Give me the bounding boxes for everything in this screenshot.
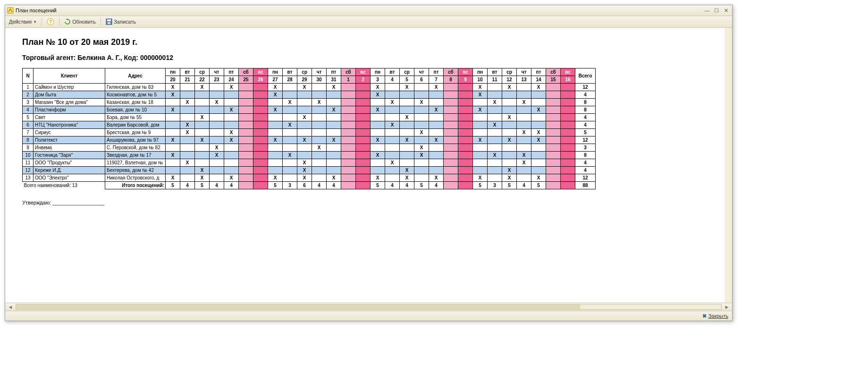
cell-visit	[517, 84, 531, 91]
cell-visit	[180, 152, 195, 159]
cell-visit	[239, 167, 253, 174]
cell-visit	[429, 167, 444, 174]
cell-visit	[473, 167, 488, 174]
cell-visit	[268, 144, 283, 152]
cell-client: ООО "Электро"	[34, 174, 105, 182]
cell-visit	[546, 84, 561, 91]
table-row[interactable]: 2Дом бытаКосмонавтов, дом № 5XXXX4	[23, 91, 596, 99]
cell-visit	[166, 129, 180, 136]
cell-rowtotal: 8	[575, 152, 596, 159]
cell-n: 7	[23, 129, 34, 136]
cell-visit: X	[473, 91, 488, 99]
scroll-right-icon[interactable]: ►	[724, 304, 730, 310]
cell-visit	[473, 144, 488, 152]
cell-visit	[488, 159, 502, 167]
cell-client: Сириус	[34, 129, 105, 136]
total-names: Всего наименований: 13	[23, 182, 105, 189]
cell-visit	[517, 136, 531, 144]
cell-n: 2	[23, 91, 34, 99]
cell-n: 6	[23, 121, 34, 129]
cell-visit	[341, 106, 356, 114]
cell-visit	[546, 167, 561, 174]
col-dow: сб	[546, 68, 561, 76]
cell-visit	[458, 84, 473, 91]
cell-visit	[385, 152, 400, 159]
refresh-button[interactable]: Обновить	[62, 17, 98, 26]
cell-visit	[444, 106, 458, 114]
cell-visit: X	[166, 106, 180, 114]
scroll-track[interactable]	[16, 304, 722, 310]
cell-visit	[488, 114, 502, 121]
cell-visit	[561, 106, 575, 114]
cell-visit	[297, 144, 312, 152]
cell-visit: X	[517, 129, 531, 136]
table-row[interactable]: 10Гостиница "Заря"Звездная, дом № 17XXXX…	[23, 152, 596, 159]
cell-n: 5	[23, 114, 34, 121]
cell-visit: X	[327, 174, 341, 182]
cell-visit	[371, 129, 385, 136]
table-row[interactable]: 7СириусБрестская, дом № 9XXXXX5	[23, 129, 596, 136]
cell-visit	[283, 114, 297, 121]
table-row[interactable]: 13ООО "Электро"Николая Островского, дXXX…	[23, 174, 596, 182]
col-day: 8	[444, 76, 458, 84]
cell-visit	[297, 152, 312, 159]
cell-coltotal: 5	[371, 182, 385, 189]
actions-menu-button[interactable]: Действия ▼	[7, 18, 39, 26]
write-button[interactable]: Записать	[104, 17, 138, 26]
document-pane[interactable]: План № 10 от 20 мая 2019 г. Торговый аге…	[5, 28, 732, 303]
cell-client: Свет	[34, 114, 105, 121]
table-row[interactable]: 9ИнвемаС. Перовской, дом № 82XXX3	[23, 144, 596, 152]
help-button[interactable]: ?	[45, 17, 56, 26]
cell-visit	[414, 174, 429, 182]
cell-visit	[195, 129, 210, 136]
cell-visit	[458, 152, 473, 159]
cell-visit	[239, 129, 253, 136]
cell-visit	[385, 167, 400, 174]
cell-visit	[253, 136, 268, 144]
minimize-button[interactable]: —	[703, 7, 711, 14]
cell-visit	[341, 121, 356, 129]
cell-visit	[371, 121, 385, 129]
col-day: 4	[385, 76, 400, 84]
cell-visit: X	[268, 174, 283, 182]
cell-visit: X	[517, 159, 531, 167]
cell-visit	[561, 136, 575, 144]
cell-visit	[488, 144, 502, 152]
table-row[interactable]: 5СветБэра, дом № 55XXXX4	[23, 114, 596, 121]
cell-visit	[561, 91, 575, 99]
close-icon[interactable]: ✖	[702, 313, 707, 319]
close-window-button[interactable]: ✕	[722, 7, 730, 14]
col-dow: ср	[400, 68, 414, 76]
close-button[interactable]: Закрыть	[708, 313, 728, 319]
table-row[interactable]: 3Магазин "Все для дома"Казанская, дом № …	[23, 99, 596, 106]
table-row[interactable]: 4ПластинформБоевая, дом № 10XXXXXXXX8	[23, 106, 596, 114]
cell-n: 3	[23, 99, 34, 106]
cell-n: 9	[23, 144, 34, 152]
vertical-scrollbar[interactable]	[725, 28, 732, 303]
cell-visit	[180, 91, 195, 99]
horizontal-scrollbar[interactable]: ◄ ►	[5, 303, 732, 311]
cell-visit	[239, 152, 253, 159]
cell-visit	[180, 144, 195, 152]
cell-visit	[180, 84, 195, 91]
col-day: 23	[210, 76, 224, 84]
table-row[interactable]: 11ООО "Продукты"119027, Взлетная, дом №X…	[23, 159, 596, 167]
maximize-button[interactable]: ☐	[712, 7, 721, 14]
cell-visit: X	[400, 136, 414, 144]
scroll-thumb[interactable]	[16, 305, 580, 309]
cell-visit: X	[180, 99, 195, 106]
table-row[interactable]: 6НТЦ "Нанотроника"Валерии Барсовой, домX…	[23, 121, 596, 129]
scroll-left-icon[interactable]: ◄	[7, 304, 14, 310]
table-row[interactable]: 12Кереже И.Д.Бехтерева, дом № 42XXXX4	[23, 167, 596, 174]
cell-address: Бехтерева, дом № 42	[105, 167, 166, 174]
table-row[interactable]: 1Саймон и ШустерГилянская, дом № 63XXXXX…	[23, 84, 596, 91]
col-dow: вт	[180, 68, 195, 76]
col-day: 24	[224, 76, 239, 84]
cell-visit	[327, 129, 341, 136]
cell-visit	[517, 174, 531, 182]
save-icon	[106, 18, 112, 25]
table-row[interactable]: 8ПолитекстАхшарумова, дом № 97XXXXXXXXXX…	[23, 136, 596, 144]
cell-visit	[488, 167, 502, 174]
cell-visit	[400, 144, 414, 152]
col-day: 30	[312, 76, 327, 84]
